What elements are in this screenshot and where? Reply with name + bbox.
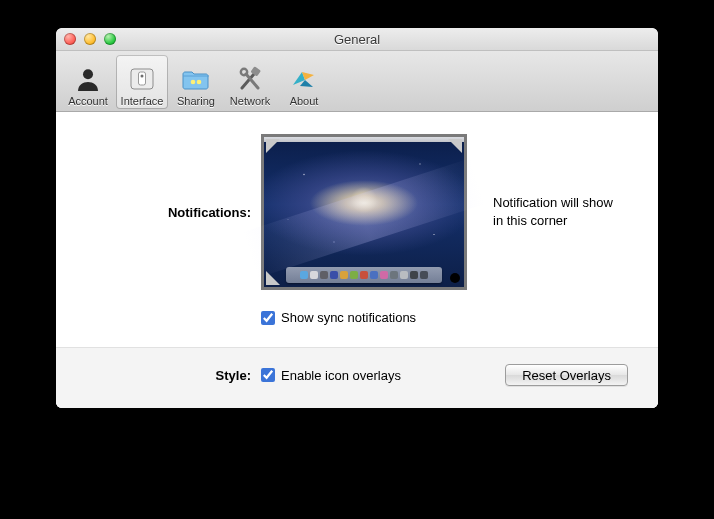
toolbar-item-sharing[interactable]: Sharing: [170, 55, 222, 109]
notifications-section: Notifications: Notification will show in…: [56, 112, 658, 347]
titlebar: General: [56, 28, 658, 51]
corner-top-right[interactable]: [448, 139, 462, 153]
traffic-lights: [64, 33, 116, 45]
corner-top-left[interactable]: [266, 139, 280, 153]
svg-rect-2: [139, 72, 146, 85]
toolbar-label: Network: [230, 95, 270, 107]
corner-bottom-right[interactable]: [450, 273, 460, 283]
style-section: Style: Enable icon overlays Reset Overla…: [56, 348, 658, 408]
content: Notifications: Notification will show in…: [56, 112, 658, 408]
enable-overlays-checkbox[interactable]: [261, 368, 275, 382]
toolbar: Account Interface Sharing: [56, 51, 658, 112]
toolbar-item-about[interactable]: About: [278, 55, 330, 109]
close-button[interactable]: [64, 33, 76, 45]
reset-overlays-button[interactable]: Reset Overlays: [505, 364, 628, 386]
dock-preview: [286, 267, 442, 283]
enable-overlays-label[interactable]: Enable icon overlays: [281, 368, 401, 383]
notifications-hint: Notification will show in this corner: [493, 194, 613, 229]
svg-point-5: [197, 80, 202, 85]
origami-bird-icon: [289, 65, 319, 93]
corner-picker[interactable]: [261, 134, 467, 290]
toolbar-label: Account: [68, 95, 108, 107]
person-icon: [73, 65, 103, 93]
minimize-button[interactable]: [84, 33, 96, 45]
menubar-preview: [264, 137, 464, 142]
zoom-button[interactable]: [104, 33, 116, 45]
style-label: Style:: [86, 368, 261, 383]
notifications-label: Notifications:: [86, 205, 261, 220]
toolbar-item-account[interactable]: Account: [62, 55, 114, 109]
wallpaper-preview: [264, 137, 464, 287]
folder-icon: [181, 65, 211, 93]
toolbar-label: Sharing: [177, 95, 215, 107]
toolbar-item-network[interactable]: Network: [224, 55, 276, 109]
switch-icon: [127, 65, 157, 93]
toolbar-label: About: [290, 95, 319, 107]
toolbar-item-interface[interactable]: Interface: [116, 55, 168, 109]
svg-point-3: [141, 75, 144, 78]
svg-point-0: [83, 69, 93, 79]
svg-point-7: [241, 69, 247, 75]
show-sync-label[interactable]: Show sync notifications: [281, 310, 416, 325]
corner-bottom-left[interactable]: [266, 271, 280, 285]
window-title: General: [56, 32, 658, 47]
toolbar-label: Interface: [121, 95, 164, 107]
svg-point-4: [191, 80, 196, 85]
preferences-window: General Account Interface: [56, 28, 658, 408]
tools-icon: [235, 65, 265, 93]
show-sync-checkbox[interactable]: [261, 311, 275, 325]
